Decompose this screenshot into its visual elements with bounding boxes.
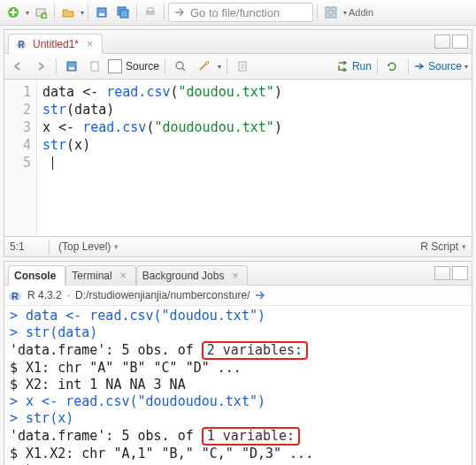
- panels: R Untitled1* × Source ▾: [0, 26, 476, 465]
- svg-rect-11: [326, 13, 330, 18]
- svg-text:R: R: [12, 291, 19, 301]
- svg-text:R: R: [18, 40, 25, 50]
- working-dir[interactable]: D:/rstudiowenjianjia/numberconsture/: [75, 289, 250, 301]
- svg-rect-17: [91, 62, 98, 71]
- chevron-down-icon: ▾: [464, 63, 468, 71]
- maximize-panel-button[interactable]: [452, 34, 468, 49]
- source-on-save-checkbox[interactable]: [108, 59, 122, 73]
- chevron-down-icon[interactable]: ▾: [81, 9, 84, 17]
- goto-arrow-icon: [174, 7, 185, 18]
- open-file-button[interactable]: [58, 3, 78, 22]
- app-toolbar: ▾ ▾ Go to file/function ▾ Addin: [0, 0, 476, 26]
- line-gutter: 12345: [4, 80, 37, 236]
- forward-button[interactable]: [31, 57, 50, 76]
- print-button[interactable]: [141, 3, 160, 22]
- svg-rect-4: [99, 13, 104, 16]
- code-editor[interactable]: 12345 data <- read.csv("doudou.txt")str(…: [4, 80, 472, 236]
- new-file-button[interactable]: [4, 3, 23, 22]
- source-btn-label: Source: [428, 60, 462, 72]
- scope-selector[interactable]: (Top Level) ▾: [58, 240, 119, 253]
- source-toolbar: Source ▾ Run Source ▾: [4, 54, 472, 80]
- separator: [56, 58, 57, 74]
- separator: [164, 4, 165, 20]
- svg-rect-6: [120, 10, 128, 18]
- separator: [165, 58, 165, 74]
- svg-rect-8: [148, 8, 153, 11]
- close-icon[interactable]: ×: [120, 270, 127, 282]
- console-header: R R 4.3.2 · D:/rstudiowenjianjia/numberc…: [4, 286, 472, 306]
- tab-filename: Untitled1*: [33, 38, 79, 50]
- minimize-panel-button[interactable]: [434, 266, 450, 280]
- svg-rect-16: [69, 67, 74, 70]
- console-output[interactable]: > data <- read.csv("doudou.txt")> str(da…: [4, 306, 472, 465]
- separator: [54, 4, 55, 20]
- lang-selector[interactable]: R Script ▾: [420, 240, 466, 253]
- report-button[interactable]: [233, 57, 252, 76]
- addins-button[interactable]: Addin: [349, 7, 373, 18]
- svg-rect-12: [332, 13, 336, 18]
- console-panel: Console Terminal× Background Jobs× R R 4…: [4, 261, 472, 465]
- close-icon[interactable]: ×: [87, 38, 93, 50]
- svg-rect-9: [326, 7, 330, 11]
- save-button[interactable]: [92, 3, 111, 22]
- svg-rect-10: [332, 7, 336, 11]
- goto-dir-icon[interactable]: [255, 290, 265, 301]
- save-all-button[interactable]: [113, 3, 133, 22]
- show-document-button[interactable]: [85, 57, 104, 76]
- source-panel: R Untitled1* × Source ▾: [4, 29, 472, 257]
- panel-window-controls: [434, 266, 468, 280]
- r-logo-icon: R: [8, 288, 22, 302]
- separator: [88, 4, 88, 20]
- chevron-down-icon[interactable]: ▾: [218, 63, 221, 71]
- goto-file-function-input[interactable]: Go to file/function: [168, 3, 313, 22]
- r-version: R 4.3.2: [27, 289, 62, 301]
- source-button[interactable]: Source ▾: [414, 60, 468, 72]
- minimize-panel-button[interactable]: [434, 34, 450, 49]
- rerun-button[interactable]: [383, 57, 403, 76]
- chevron-down-icon[interactable]: ▾: [343, 9, 347, 17]
- maximize-panel-button[interactable]: [452, 266, 468, 280]
- close-icon[interactable]: ×: [232, 270, 238, 282]
- code-area[interactable]: data <- read.csv("doudou.txt")str(data)x…: [37, 80, 288, 236]
- code-tools-button[interactable]: [194, 57, 213, 76]
- cursor-position[interactable]: 5:1: [10, 240, 40, 253]
- separator: [49, 240, 50, 254]
- back-button[interactable]: [8, 57, 27, 76]
- run-label: Run: [352, 60, 372, 72]
- console-tabstrip: Console Terminal× Background Jobs×: [4, 262, 472, 286]
- tab-background-jobs[interactable]: Background Jobs×: [136, 265, 249, 286]
- source-statusbar: 5:1 (Top Level) ▾ R Script ▾: [4, 236, 472, 256]
- svg-point-18: [176, 62, 183, 69]
- grid-icon[interactable]: [321, 3, 341, 22]
- tab-untitled[interactable]: R Untitled1* ×: [8, 34, 103, 54]
- chevron-down-icon[interactable]: ▾: [26, 9, 29, 17]
- save-source-button[interactable]: [62, 57, 81, 76]
- source-on-save-label: Source: [126, 60, 159, 72]
- cwd-sep: ·: [67, 289, 70, 301]
- separator: [377, 58, 378, 74]
- new-project-button[interactable]: [31, 3, 50, 22]
- source-tabstrip: R Untitled1* ×: [4, 30, 472, 54]
- goto-placeholder: Go to file/function: [190, 6, 280, 19]
- separator: [317, 4, 318, 20]
- separator: [136, 4, 137, 20]
- separator: [226, 58, 227, 74]
- r-file-icon: R: [14, 37, 28, 51]
- tab-terminal[interactable]: Terminal×: [65, 265, 135, 286]
- panel-window-controls: [434, 34, 468, 49]
- run-button[interactable]: Run: [338, 60, 372, 72]
- separator: [408, 58, 409, 74]
- find-button[interactable]: [171, 57, 190, 76]
- tab-console[interactable]: Console: [8, 265, 65, 286]
